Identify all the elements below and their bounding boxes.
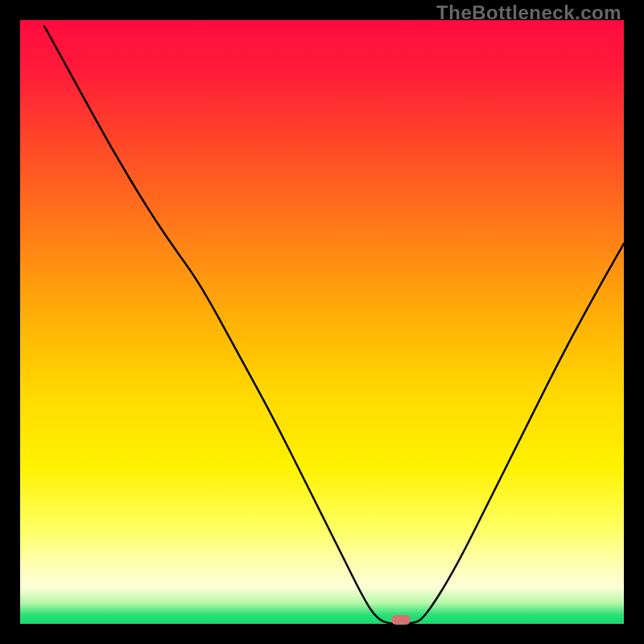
gradient-background [20, 20, 624, 624]
chart-svg [20, 20, 624, 624]
optimal-marker [391, 615, 411, 625]
watermark-text: TheBottleneck.com [436, 2, 621, 24]
chart-frame [20, 20, 624, 624]
